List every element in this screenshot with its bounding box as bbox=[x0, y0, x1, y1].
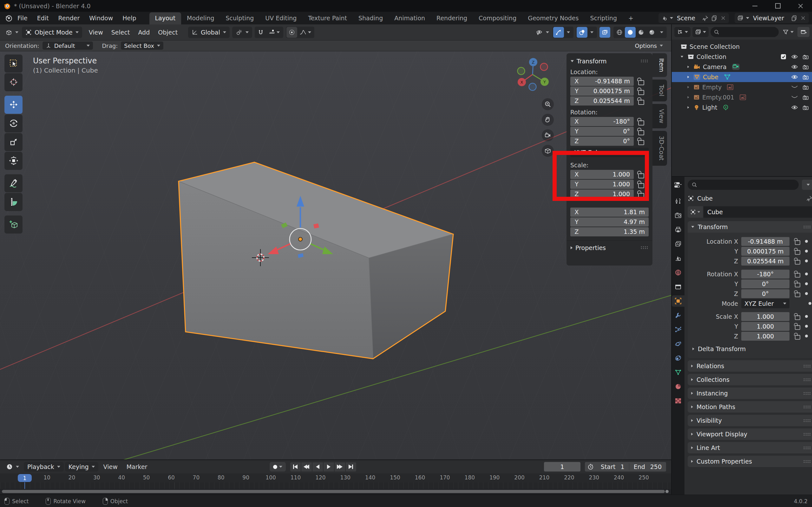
dimensions-y-field[interactable]: Y4.97 m bbox=[570, 217, 649, 227]
next-keyframe-button[interactable] bbox=[335, 462, 345, 471]
tool-transform[interactable] bbox=[4, 152, 22, 170]
menu-file[interactable]: File bbox=[13, 14, 32, 21]
nav-axis-y-neg[interactable] bbox=[518, 67, 525, 74]
rotation-x-field[interactable]: X-180° bbox=[570, 117, 634, 126]
options-dropdown[interactable]: Options bbox=[632, 42, 666, 50]
shading-wireframe-button[interactable] bbox=[614, 27, 625, 38]
tab-modifiers[interactable] bbox=[672, 309, 684, 321]
location-y-field[interactable]: Y0.000175 m bbox=[570, 87, 634, 96]
tool-select-box[interactable] bbox=[4, 55, 22, 72]
auto-keying-toggle[interactable] bbox=[270, 462, 286, 471]
properties-search-input[interactable] bbox=[688, 180, 799, 190]
menu-select[interactable]: Select bbox=[107, 29, 134, 36]
lock-icon[interactable] bbox=[638, 120, 644, 125]
lock-icon[interactable] bbox=[795, 335, 800, 339]
lock-icon[interactable] bbox=[795, 315, 800, 320]
tab-constraints[interactable] bbox=[672, 352, 684, 364]
proportional-editing-toggle[interactable] bbox=[287, 27, 297, 38]
collection-label[interactable]: Collection bbox=[697, 53, 726, 60]
remove-icon[interactable] bbox=[800, 15, 806, 21]
empty-label[interactable]: Empty bbox=[702, 83, 722, 91]
scale-z-field[interactable]: 1.000 bbox=[741, 332, 790, 341]
jump-to-end-button[interactable] bbox=[346, 462, 356, 471]
empty-001-label[interactable]: Empty.001 bbox=[702, 94, 734, 101]
expand-icon[interactable] bbox=[681, 56, 683, 58]
tool-measure[interactable] bbox=[4, 193, 22, 211]
disable-render-icon[interactable] bbox=[803, 74, 809, 80]
location-y-field[interactable]: 0.000175 m bbox=[741, 247, 790, 256]
transform-panel-header[interactable]: Transform bbox=[688, 221, 812, 233]
start-frame-field[interactable]: Start 1 bbox=[596, 463, 629, 470]
location-x-field[interactable]: -0.91488 m bbox=[741, 237, 790, 246]
drag-mode-dropdown[interactable]: Select Box bbox=[121, 42, 163, 50]
tab-uv-editing[interactable]: UV Editing bbox=[259, 12, 302, 24]
tab-texture[interactable] bbox=[672, 395, 684, 406]
lock-icon[interactable] bbox=[795, 240, 800, 245]
animate-dot[interactable] bbox=[805, 273, 808, 275]
disable-render-icon[interactable] bbox=[803, 64, 809, 70]
tab-modeling[interactable]: Modeling bbox=[181, 12, 220, 24]
tab-collection-properties[interactable] bbox=[672, 281, 684, 292]
location-z-field[interactable]: 0.025544 m bbox=[741, 257, 790, 266]
view-layer-name[interactable]: ViewLayer bbox=[752, 14, 789, 21]
panel-motion-paths[interactable]: Motion Paths bbox=[688, 401, 812, 412]
tab-material[interactable] bbox=[672, 381, 684, 392]
add-workspace-button[interactable]: + bbox=[623, 12, 639, 24]
tab-layout[interactable]: Layout bbox=[149, 12, 182, 24]
outliner-search-input[interactable] bbox=[711, 27, 779, 37]
expand-icon[interactable] bbox=[688, 76, 689, 78]
lock-icon[interactable] bbox=[638, 100, 644, 105]
row-cube[interactable]: Cube bbox=[672, 72, 812, 82]
copy-icon[interactable] bbox=[711, 15, 717, 21]
npanel-transform-header[interactable]: Transform bbox=[570, 56, 649, 66]
sidebar-tab-3dcoat[interactable]: 3D-Coat bbox=[653, 131, 667, 166]
animate-dot[interactable] bbox=[805, 240, 808, 243]
panel-relations[interactable]: Relations bbox=[688, 360, 812, 372]
scene-dropdown-icon[interactable] bbox=[670, 17, 673, 19]
menu-add[interactable]: Add bbox=[134, 29, 154, 36]
dimensions-x-field[interactable]: X1.81 m bbox=[570, 208, 649, 217]
camera-view-button[interactable] bbox=[542, 129, 554, 141]
overlays-dropdown[interactable] bbox=[588, 27, 596, 38]
location-x-field[interactable]: X-0.91488 m bbox=[570, 77, 634, 86]
menu-render[interactable]: Render bbox=[54, 14, 85, 21]
playhead-badge[interactable]: 1 bbox=[18, 474, 32, 482]
animate-dot[interactable] bbox=[805, 260, 808, 262]
expand-icon[interactable] bbox=[688, 96, 689, 98]
lock-icon[interactable] bbox=[638, 130, 644, 135]
falloff-dropdown[interactable] bbox=[297, 27, 314, 38]
row-empty[interactable]: Empty bbox=[672, 82, 812, 92]
outliner-filter-id-dropdown[interactable] bbox=[693, 27, 709, 37]
tab-output[interactable] bbox=[672, 224, 684, 235]
animate-dot[interactable] bbox=[805, 250, 808, 252]
id-type-button[interactable] bbox=[688, 206, 703, 218]
timeline-editor-type-button[interactable] bbox=[3, 462, 22, 471]
orientation-default-dropdown[interactable]: Default bbox=[43, 42, 93, 50]
outliner-display-mode-dropdown[interactable] bbox=[674, 27, 691, 37]
expand-icon[interactable] bbox=[688, 106, 689, 108]
camera-label[interactable]: Camera bbox=[703, 63, 727, 70]
show-gizmo-toggle[interactable] bbox=[553, 27, 564, 38]
row-empty-001[interactable]: Empty.001 bbox=[672, 92, 812, 102]
gizmo-dropdown[interactable] bbox=[564, 27, 573, 38]
play-reverse-button[interactable] bbox=[312, 462, 323, 471]
properties-options-dropdown[interactable] bbox=[802, 180, 812, 190]
object-name-field[interactable]: Cube bbox=[704, 206, 812, 218]
panel-viewport-display[interactable]: Viewport Display bbox=[688, 429, 812, 440]
delta-transform-header[interactable]: Delta Transform bbox=[692, 343, 812, 355]
tab-tool[interactable] bbox=[672, 195, 684, 207]
tab-compositing[interactable]: Compositing bbox=[473, 12, 522, 24]
sidebar-tab-tool[interactable]: Tool bbox=[653, 79, 667, 101]
sidebar-tab-view[interactable]: View bbox=[653, 104, 667, 128]
tab-world[interactable] bbox=[672, 267, 684, 278]
minimize-button[interactable] bbox=[744, 0, 766, 12]
tab-texture-paint[interactable]: Texture Paint bbox=[302, 12, 353, 24]
toggle-ortho-button[interactable] bbox=[542, 145, 554, 157]
lock-icon[interactable] bbox=[795, 260, 800, 264]
animate-dot[interactable] bbox=[805, 292, 808, 295]
menu-object[interactable]: Object bbox=[154, 29, 182, 36]
snap-target-dropdown[interactable] bbox=[266, 27, 283, 38]
app-menu-icon[interactable] bbox=[4, 14, 13, 22]
animate-dot[interactable] bbox=[805, 315, 808, 318]
npanel-properties-header[interactable]: Properties bbox=[570, 243, 649, 252]
